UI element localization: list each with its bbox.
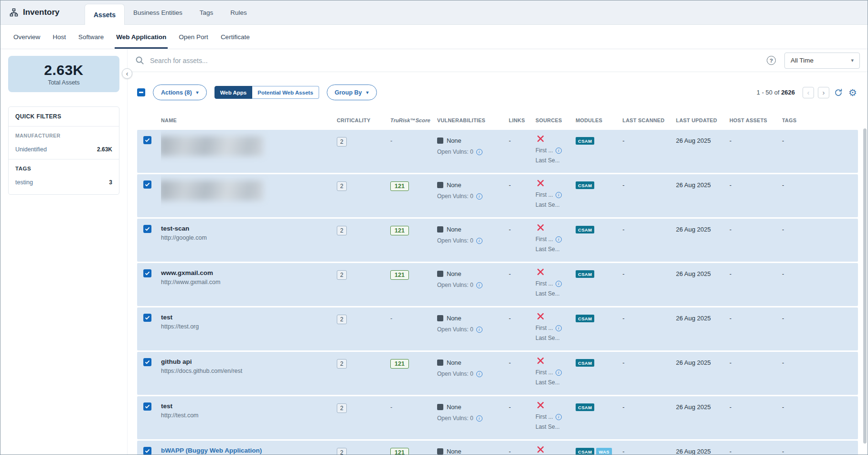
settings-gear-icon[interactable]: ⚙: [847, 87, 858, 98]
table-row[interactable]: 2 - None Open Vulns: 0 i - First ... i L: [137, 130, 858, 173]
column-header-host-assets[interactable]: HOST ASSETS: [729, 117, 782, 123]
search-input[interactable]: [150, 57, 762, 64]
info-icon[interactable]: i: [556, 192, 562, 198]
name-cell: github api https://docs.github.com/en/re…: [161, 352, 337, 395]
column-header-vulnerabilities[interactable]: VULNERABILITIES: [437, 117, 509, 123]
sidebar-collapse-button[interactable]: ‹: [122, 68, 132, 79]
prev-page-button[interactable]: ‹: [803, 87, 814, 98]
host-assets-cell: -: [729, 130, 782, 173]
not-scanned-x-icon: [537, 357, 544, 364]
row-checkbox[interactable]: [143, 136, 151, 144]
web-apps-toggle[interactable]: Web Apps: [214, 86, 253, 99]
links-cell: -: [509, 219, 536, 262]
subtab-web-application[interactable]: Web Application: [110, 25, 172, 49]
subtab-open-port[interactable]: Open Port: [172, 25, 214, 49]
table-row[interactable]: www.gxmail.com http://www.gxmail.com 2 1…: [137, 263, 858, 306]
info-icon[interactable]: i: [556, 236, 562, 243]
search-bar: ? All Time ▾: [128, 49, 868, 72]
tab-tags[interactable]: Tags: [191, 0, 222, 24]
help-icon[interactable]: ?: [767, 56, 776, 65]
table-row[interactable]: test-scan http://google.com 2 121 None O…: [137, 219, 858, 262]
asset-name-link[interactable]: github api: [161, 358, 332, 365]
time-range-select[interactable]: All Time ▾: [784, 53, 860, 69]
select-all-checkbox[interactable]: [137, 88, 145, 96]
column-header-links[interactable]: LINKS: [509, 117, 536, 123]
row-checkbox[interactable]: [143, 358, 151, 366]
info-icon[interactable]: i: [476, 282, 482, 288]
trurisk-score: 121: [390, 226, 409, 235]
info-icon[interactable]: i: [476, 149, 482, 155]
redacted-name-block: [161, 180, 263, 201]
table-row[interactable]: test https://test.org 2 - None Open Vuln…: [137, 307, 858, 350]
column-header-last-updated[interactable]: LAST UPDATED: [676, 117, 729, 123]
not-scanned-x-icon: [537, 180, 544, 187]
asset-url: http://www.gxmail.com: [161, 279, 332, 286]
last-seen-text: Last Se...: [536, 379, 576, 386]
asset-name-link[interactable]: test: [161, 402, 332, 410]
first-seen-text: First ...: [536, 236, 553, 243]
tab-business-entities[interactable]: Business Entities: [125, 0, 191, 24]
column-header-criticality[interactable]: CRITICALITY: [337, 117, 390, 123]
column-header-tags[interactable]: TAGS: [782, 117, 858, 123]
filter-item-unidentified[interactable]: Unidentified 2.63K: [15, 146, 112, 153]
host-assets-cell: -: [729, 396, 782, 439]
column-header-sources[interactable]: SOURCES: [536, 117, 576, 123]
tab-rules[interactable]: Rules: [222, 0, 256, 24]
vulnerability-level: None: [447, 226, 461, 233]
info-icon[interactable]: i: [476, 193, 482, 200]
info-icon[interactable]: i: [476, 238, 482, 244]
asset-name-link[interactable]: test-scan: [161, 225, 332, 232]
sub-nav: Overview Host Software Web Application O…: [0, 25, 868, 49]
table-row[interactable]: bWAPP (Buggy Web Application) http://www…: [137, 441, 858, 455]
info-icon[interactable]: i: [556, 325, 562, 331]
subtab-host[interactable]: Host: [46, 25, 72, 49]
row-checkbox[interactable]: [143, 269, 151, 277]
row-checkbox[interactable]: [143, 314, 151, 322]
filter-item-testing[interactable]: testing 3: [15, 179, 112, 186]
tags-cell: -: [782, 441, 858, 455]
links-cell: -: [509, 263, 536, 306]
redacted-name-block: [161, 136, 263, 156]
vulnerability-level: None: [447, 359, 461, 366]
first-seen-text: First ...: [536, 325, 553, 331]
subtab-software[interactable]: Software: [72, 25, 110, 49]
subtab-overview[interactable]: Overview: [7, 25, 46, 49]
info-icon[interactable]: i: [476, 371, 482, 377]
actions-button[interactable]: Actions (8) ▾: [153, 85, 207, 100]
name-cell: [161, 174, 337, 217]
next-page-button[interactable]: ›: [818, 87, 829, 98]
asset-name-link[interactable]: bWAPP (Buggy Web Application): [161, 447, 332, 454]
group-by-button[interactable]: Group By ▾: [327, 85, 377, 100]
info-icon[interactable]: i: [556, 281, 562, 287]
table-row[interactable]: github api https://docs.github.com/en/re…: [137, 352, 858, 395]
info-icon[interactable]: i: [556, 148, 562, 154]
subtab-certificate[interactable]: Certificate: [214, 25, 256, 49]
asset-name-link[interactable]: www.gxmail.com: [161, 269, 332, 276]
potential-web-assets-toggle[interactable]: Potential Web Assets: [252, 86, 319, 99]
info-icon[interactable]: i: [556, 414, 562, 420]
row-checkbox[interactable]: [143, 225, 151, 233]
asset-name-link[interactable]: test: [161, 314, 332, 321]
trurisk-cell: -: [390, 396, 437, 439]
info-icon[interactable]: i: [556, 370, 562, 376]
column-header-last-scanned[interactable]: LAST SCANNED: [622, 117, 676, 123]
row-checkbox[interactable]: [143, 180, 151, 189]
tab-assets[interactable]: Assets: [85, 4, 125, 25]
total-assets-card[interactable]: 2.63K Total Assets: [8, 56, 119, 92]
vulnerabilities-cell: None Open Vulns: 0 i: [437, 352, 509, 395]
info-icon[interactable]: i: [476, 327, 482, 333]
column-header-trurisk-score[interactable]: TruRisk™Score: [390, 117, 437, 123]
column-header-name[interactable]: NAME: [161, 117, 337, 123]
last-scanned-cell: -: [622, 441, 676, 455]
table-row[interactable]: 2 121 None Open Vulns: 0 i - First ... i: [137, 174, 858, 217]
trurisk-score: 121: [390, 448, 409, 455]
scrollbar-thumb[interactable]: [863, 128, 867, 444]
info-icon[interactable]: i: [476, 415, 482, 422]
table-row[interactable]: test http://test.com 2 - None Open Vulns…: [137, 396, 858, 439]
criticality-cell: 2: [337, 396, 390, 439]
row-checkbox[interactable]: [143, 402, 151, 411]
criticality-badge: 2: [337, 270, 347, 280]
column-header-modules[interactable]: MODULES: [576, 117, 622, 123]
row-checkbox[interactable]: [143, 447, 151, 455]
refresh-icon[interactable]: [833, 87, 844, 98]
